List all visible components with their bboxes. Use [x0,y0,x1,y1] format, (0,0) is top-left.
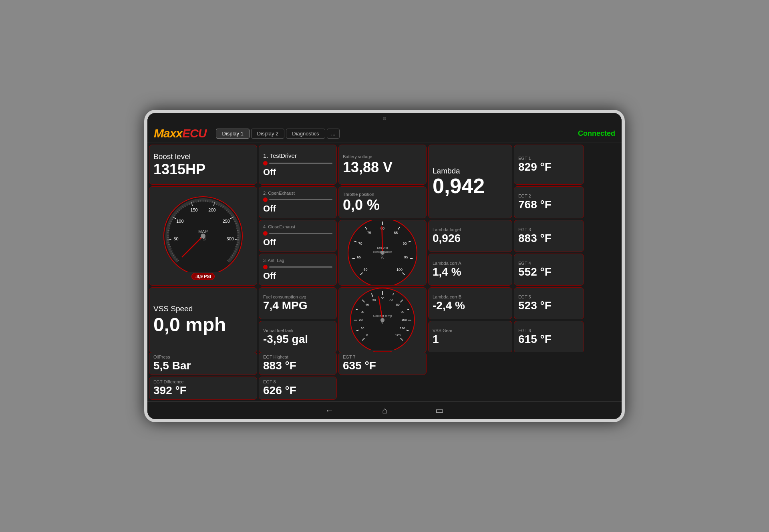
lambda-corrb-cell: Lambda corr B -2,4 % [428,287,512,319]
fuel-value: 7,4 MPG [263,300,332,312]
battery-value: 13,88 V [343,159,422,175]
throttle-value: 0,0 % [343,197,422,213]
map-badge: -8,9 PSI [191,273,215,280]
testdriver-value: Off [263,167,332,177]
lambda-corra-cell: Lambda corr A 1,4 % [428,254,512,286]
connection-status: Connected [578,129,615,138]
openexhaust-label: 2. OpenExhaust [263,191,332,196]
testdriver-slider [263,161,332,165]
egt8-value: 626 °F [263,385,332,397]
openexhaust-cell: 2. OpenExhaust Off [259,186,337,218]
egt7-value: 635 °F [343,360,422,372]
closeexhaust-track [269,233,332,234]
testdriver-track [269,163,332,164]
nav-back[interactable]: ← [325,405,334,416]
fuel-cell: Fuel consumption avg 7,4 MPG [259,287,337,319]
camera-dot [383,117,386,120]
antilag-label: 3. Anti-Lag [263,258,332,263]
logo-ecu: ECU [182,127,206,140]
map-gauge-canvas [155,192,251,272]
oilpress-cell: OilPress 5,5 Bar [149,352,257,375]
boost-cell: Boost level 1315HP [149,145,257,185]
virtual-tank-value: -3,95 gal [263,333,332,346]
lambda-corrb-value: -2,4 % [433,300,508,312]
tablet-screen: MaxxECU Display 1 Display 2 Diagnostics … [147,124,622,401]
egt6-value: 615 °F [518,333,580,346]
dashboard-extra2: EGT Difference 392 °F EGT 8 626 °F [147,377,622,401]
closeexhaust-label: 4. CloseExhaust [263,224,332,230]
antilag-value: Off [263,271,332,281]
antilag-track [269,266,332,268]
egt8-cell: EGT 8 626 °F [259,377,337,400]
lambda-value: 0,942 [433,175,508,196]
coolant-gauge-canvas [342,287,423,350]
egt2-value: 768 °F [518,199,580,211]
egt5-value: 523 °F [518,300,580,312]
antilag-slider [263,265,332,269]
testdriver-cell: 1. TestDriver Off [259,145,337,185]
egt4-value: 552 °F [518,266,580,278]
coolant-gauge-cell: 55,9 °F [338,287,427,352]
app-header: MaxxECU Display 1 Display 2 Diagnostics … [147,124,622,143]
vss-gear-label: VSS Gear [433,328,508,333]
egt-highest-value: 883 °F [263,360,332,372]
tab-diagnostics[interactable]: Diagnostics [286,129,325,139]
battery-cell: Battery voltage 13,88 V [338,145,427,185]
dashboard-extra: OilPress 5,5 Bar EGT Highest 883 °F EGT … [147,352,622,377]
tab-display1[interactable]: Display 1 [216,129,249,139]
closeexhaust-value: Off [263,237,332,248]
egt5-cell: EGT 5 523 °F [514,287,584,319]
app-logo: MaxxECU [154,127,206,140]
lambda-cell: Lambda 0,942 [428,145,512,218]
testdriver-dot [263,161,268,165]
egt7-cell: EGT 7 635 °F [338,352,427,375]
lambda-corra-value: 1,4 % [433,266,508,278]
ethanol-gauge-canvas [342,220,423,285]
egt3-value: 883 °F [518,232,580,245]
testdriver-label: 1. TestDriver [263,152,332,159]
throttle-cell: Throttle position 0,0 % [338,186,427,218]
openexhaust-dot [263,197,268,202]
logo-maxx: Maxx [154,127,182,140]
openexhaust-track [269,199,332,200]
tab-display2[interactable]: Display 2 [251,129,284,139]
closeexhaust-slider [263,231,332,236]
vss-value: 0,0 mph [153,314,253,336]
egt2-cell: EGT 2 768 °F [514,186,584,218]
closeexhaust-cell: 4. CloseExhaust Off [259,220,337,252]
openexhaust-slider [263,197,332,202]
nav-home[interactable]: ⌂ [382,405,387,416]
antilag-dot [263,265,268,269]
egt6-cell: EGT 6 615 °F [514,321,584,352]
vss-gear-value: 1 [433,333,508,346]
tab-more[interactable]: ... [327,129,340,139]
boost-value: 1315HP [153,161,253,177]
vss-speed-cell: VSS Speed 0,0 mph [149,287,257,352]
vss-label: VSS Speed [153,304,253,314]
boost-label: Boost level [153,152,253,161]
closeexhaust-dot [263,231,268,236]
openexhaust-value: Off [263,204,332,214]
tab-bar: Display 1 Display 2 Diagnostics ... [216,129,340,139]
tablet-frame: MaxxECU Display 1 Display 2 Diagnostics … [144,110,625,422]
ethanol-gauge-cell: 79,8 % [338,220,427,286]
map-gauge-cell: -8,9 PSI [149,186,257,286]
vss-gear-cell: VSS Gear 1 [428,321,512,352]
lambda-target-value: 0,926 [433,232,508,245]
egt-diff-value: 392 °F [153,385,253,397]
egt1-cell: EGT 1 829 °F [514,145,584,185]
dashboard: Boost level 1315HP 1. TestDriver Off Bat… [147,143,622,352]
throttle-label: Throttle position [343,192,422,197]
egt4-cell: EGT 4 552 °F [514,254,584,286]
egt1-value: 829 °F [518,161,580,173]
tablet-top-bar [147,113,622,124]
egt-highest-cell: EGT Highest 883 °F [259,352,337,375]
egt-diff-cell: EGT Difference 392 °F [149,377,257,400]
virtual-tank-cell: Virtual fuel tank -3,95 gal [259,321,337,352]
lambda-target-cell: Lambda target 0,926 [428,220,512,252]
egt3-cell: EGT 3 883 °F [514,220,584,252]
tablet-bottom-bar: ← ⌂ ▭ [147,401,622,419]
antilag-cell: 3. Anti-Lag Off [259,254,337,286]
battery-label: Battery voltage [343,154,422,159]
nav-recents[interactable]: ▭ [435,405,444,416]
